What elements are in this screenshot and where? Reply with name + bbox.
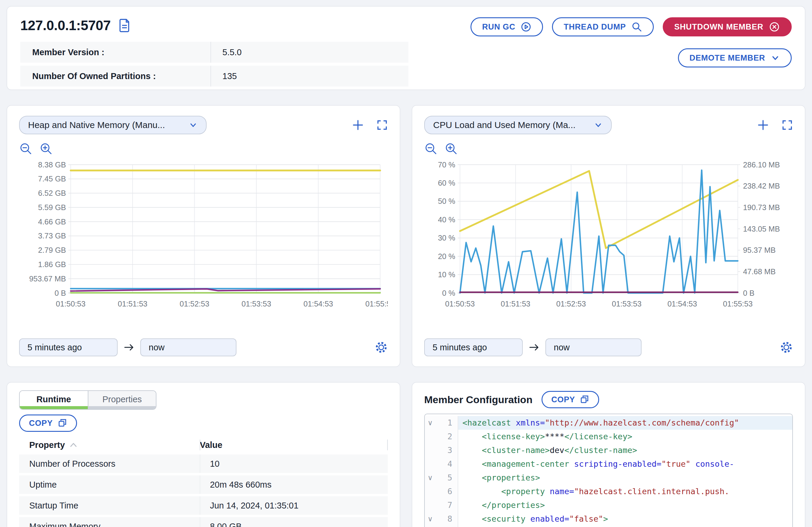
tab-runtime[interactable]: Runtime <box>20 391 88 409</box>
cell-value: Jun 14, 2024, 01:35:01 <box>200 501 299 511</box>
table-row: Number of Processors10 <box>19 454 388 473</box>
code-text: </properties> <box>458 498 792 512</box>
svg-text:01:54:53: 01:54:53 <box>667 299 697 308</box>
member-summary: 127.0.0.1:5707 Member Version :5.5.0Numb… <box>20 17 408 84</box>
fold-toggle-icon[interactable]: ∨ <box>425 416 436 430</box>
metric-selector-label: Heap and Native Memory (Manu... <box>28 120 165 130</box>
line-number: 4 <box>436 457 458 471</box>
fold-toggle-icon[interactable]: ∨ <box>425 512 436 526</box>
section-title: Member Configuration <box>424 394 533 406</box>
code-line[interactable]: ∨1<hazelcast xmlns="http://www.hazelcast… <box>425 416 792 430</box>
shutdown-member-button[interactable]: SHUTDOWN MEMBER <box>663 17 792 36</box>
code-text: <license-key>****</license-key> <box>458 430 792 443</box>
code-text: <cluster-name>dev</cluster-name> <box>458 443 792 457</box>
heap-memory-line-chart[interactable]: 01:50:5301:51:5301:52:5301:53:5301:54:53… <box>19 160 388 312</box>
search-icon <box>632 21 642 32</box>
fullscreen-icon[interactable] <box>376 119 388 131</box>
metric-selector[interactable]: Heap and Native Memory (Manu... <box>19 116 207 134</box>
code-line[interactable]: 6 <property name="hazelcast.client.inter… <box>425 485 792 498</box>
svg-text:01:52:53: 01:52:53 <box>180 299 209 308</box>
code-line[interactable]: 3 <cluster-name>dev</cluster-name> <box>425 443 792 457</box>
arrow-right-icon <box>124 342 134 353</box>
bottom-row: Runtime Properties COPY Property <box>6 382 806 527</box>
cell-value: 8.00 GB <box>200 522 242 527</box>
page-title: 127.0.0.1:5707 <box>20 17 111 33</box>
zoom-in-icon[interactable] <box>40 142 53 156</box>
svg-text:01:55:53: 01:55:53 <box>365 299 388 308</box>
line-number: 3 <box>436 443 458 457</box>
svg-text:190.73 MB: 190.73 MB <box>743 203 780 211</box>
svg-text:238.42 MB: 238.42 MB <box>743 182 780 190</box>
gear-icon[interactable] <box>780 341 793 354</box>
runtime-tabs: Runtime Properties <box>19 390 156 410</box>
member-header-card: 127.0.0.1:5707 Member Version :5.5.0Numb… <box>6 6 806 90</box>
document-icon[interactable] <box>118 18 131 32</box>
code-text: <client-block-unmapped-actions>true</cli… <box>458 526 792 527</box>
svg-text:0 B: 0 B <box>743 289 754 297</box>
svg-text:6.52 GB: 6.52 GB <box>38 189 66 197</box>
time-range-from-input[interactable]: 5 minutes ago <box>19 338 118 356</box>
code-line[interactable]: ∨8 <security enabled="false"> <box>425 512 792 526</box>
zoom-out-icon[interactable] <box>19 142 33 156</box>
code-line[interactable]: 4 <management-center scripting-enabled="… <box>425 457 792 471</box>
add-chart-icon[interactable] <box>352 119 364 131</box>
line-number: 7 <box>436 498 458 512</box>
tab-properties[interactable]: Properties <box>88 391 156 409</box>
svg-text:40 %: 40 % <box>438 216 455 224</box>
code-line[interactable]: 9 <client-block-unmapped-actions>true</c… <box>425 526 792 527</box>
cell-value: 20m 48s 660ms <box>200 480 271 490</box>
cell-property: Uptime <box>19 480 200 490</box>
time-range-to-input[interactable]: now <box>140 338 236 356</box>
svg-text:2.79 GB: 2.79 GB <box>38 246 66 254</box>
cpu-memory-line-chart[interactable]: 01:50:5301:51:5301:52:5301:53:5301:54:53… <box>424 160 793 312</box>
gear-icon[interactable] <box>375 341 388 354</box>
run-gc-button[interactable]: RUN GC <box>470 17 543 36</box>
cell-property: Number of Processors <box>19 459 200 469</box>
x-circle-icon <box>769 21 780 32</box>
svg-text:47.68 MB: 47.68 MB <box>743 267 775 276</box>
member-configuration-card: Member Configuration COPY ∨1<hazelcast x… <box>412 382 806 527</box>
column-header-value: Value <box>200 440 222 450</box>
code-text: <properties> <box>458 471 792 485</box>
code-line[interactable]: ∨5 <properties> <box>425 471 792 485</box>
chevron-down-icon <box>189 120 198 130</box>
time-range-from-input[interactable]: 5 minutes ago <box>424 338 523 356</box>
charts-row: Heap and Native Memory (Manu... <box>6 105 806 367</box>
line-number: 5 <box>436 471 458 485</box>
cell-property: Maximum Memory <box>19 522 200 527</box>
svg-text:01:51:53: 01:51:53 <box>118 299 147 308</box>
config-code-editor[interactable]: ∨1<hazelcast xmlns="http://www.hazelcast… <box>424 414 793 527</box>
svg-text:20 %: 20 % <box>438 252 455 261</box>
runtime-rows: Number of Processors10Uptime20m 48s 660m… <box>19 454 388 527</box>
table-header: Property Value <box>19 438 388 452</box>
svg-text:286.10 MB: 286.10 MB <box>743 161 780 169</box>
sort-ascending-icon <box>70 442 77 448</box>
zoom-out-icon[interactable] <box>424 142 438 156</box>
zoom-in-icon[interactable] <box>445 142 458 156</box>
fold-toggle-icon[interactable]: ∨ <box>425 471 436 485</box>
thread-dump-button[interactable]: THREAD DUMP <box>552 17 653 36</box>
copy-config-button[interactable]: COPY <box>541 391 599 408</box>
demote-member-button[interactable]: DEMOTE MEMBER <box>678 48 792 68</box>
svg-text:5.59 GB: 5.59 GB <box>38 203 66 211</box>
line-number: 8 <box>436 512 458 526</box>
info-label: Member Version : <box>20 47 211 57</box>
fullscreen-icon[interactable] <box>782 119 793 131</box>
info-row: Member Version :5.5.0 <box>20 42 408 63</box>
code-line[interactable]: 7 </properties> <box>425 498 792 512</box>
code-text: <security enabled="false"> <box>458 512 792 526</box>
cell-property: Startup Time <box>19 501 200 511</box>
column-header-property[interactable]: Property <box>19 440 200 450</box>
time-range-to-input[interactable]: now <box>546 338 641 356</box>
code-line[interactable]: 2 <license-key>****</license-key> <box>425 430 792 443</box>
svg-text:95.37 MB: 95.37 MB <box>743 246 775 254</box>
heap-memory-chart-card: Heap and Native Memory (Manu... <box>6 105 400 367</box>
metric-selector[interactable]: CPU Load and Used Memory (Ma... <box>424 116 612 134</box>
copy-runtime-button[interactable]: COPY <box>19 414 77 432</box>
add-chart-icon[interactable] <box>757 119 769 131</box>
svg-text:10 %: 10 % <box>438 270 455 279</box>
info-value: 5.5.0 <box>211 47 242 57</box>
code-text: <hazelcast xmlns="http://www.hazelcast.c… <box>458 416 792 430</box>
line-number: 9 <box>436 526 458 527</box>
cell-value: 10 <box>200 459 219 469</box>
